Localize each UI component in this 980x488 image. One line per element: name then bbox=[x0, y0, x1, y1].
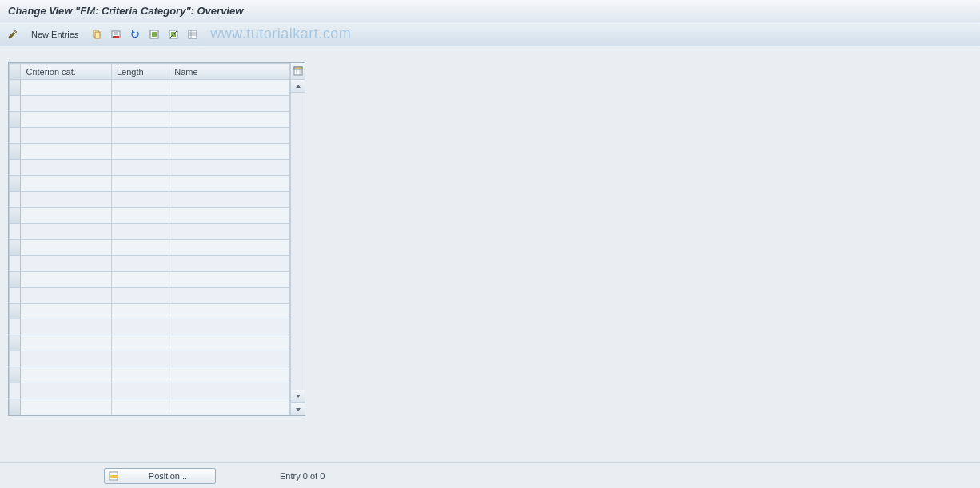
column-header-length[interactable]: Length bbox=[111, 64, 169, 80]
cell[interactable] bbox=[21, 112, 112, 128]
cell[interactable] bbox=[169, 96, 290, 112]
table-row[interactable] bbox=[10, 256, 290, 272]
cell[interactable] bbox=[21, 288, 112, 304]
cell[interactable] bbox=[21, 96, 112, 112]
cell[interactable] bbox=[111, 272, 169, 288]
row-selector[interactable] bbox=[10, 304, 21, 319]
column-header-criterion-cat[interactable]: Criterion cat. bbox=[21, 64, 112, 80]
cell[interactable] bbox=[21, 128, 112, 144]
row-selector[interactable] bbox=[10, 367, 21, 383]
cell[interactable] bbox=[21, 304, 112, 319]
cell[interactable] bbox=[21, 367, 112, 383]
cell[interactable] bbox=[169, 367, 290, 383]
row-selector[interactable] bbox=[10, 399, 21, 415]
table-config-icon[interactable] bbox=[291, 63, 305, 80]
table-row[interactable] bbox=[10, 144, 290, 160]
table-row[interactable] bbox=[10, 399, 290, 415]
row-selector[interactable] bbox=[10, 256, 21, 272]
row-selector[interactable] bbox=[10, 160, 21, 176]
row-selector[interactable] bbox=[10, 335, 21, 351]
cell[interactable] bbox=[21, 335, 112, 351]
cell[interactable] bbox=[111, 383, 169, 399]
vertical-scrollbar[interactable] bbox=[290, 63, 305, 415]
table-row[interactable] bbox=[10, 351, 290, 367]
cell[interactable] bbox=[21, 144, 112, 160]
column-header-name[interactable]: Name bbox=[169, 64, 290, 80]
cell[interactable] bbox=[111, 144, 169, 160]
cell[interactable] bbox=[21, 351, 112, 367]
table-row[interactable] bbox=[10, 335, 290, 351]
undo-change-icon[interactable] bbox=[127, 26, 143, 42]
table-row[interactable] bbox=[10, 367, 290, 383]
cell[interactable] bbox=[111, 80, 169, 96]
row-selector[interactable] bbox=[10, 351, 21, 367]
cell[interactable] bbox=[111, 256, 169, 272]
cell[interactable] bbox=[169, 319, 290, 335]
cell[interactable] bbox=[21, 160, 112, 176]
new-entries-button[interactable]: New Entries bbox=[24, 26, 86, 42]
table-row[interactable] bbox=[10, 383, 290, 399]
cell[interactable] bbox=[169, 351, 290, 367]
scroll-down-icon-2[interactable] bbox=[291, 403, 305, 415]
cell[interactable] bbox=[169, 112, 290, 128]
cell[interactable] bbox=[169, 224, 290, 240]
cell[interactable] bbox=[169, 383, 290, 399]
cell[interactable] bbox=[169, 256, 290, 272]
row-selector[interactable] bbox=[10, 208, 21, 224]
table-row[interactable] bbox=[10, 304, 290, 319]
row-selector[interactable] bbox=[10, 144, 21, 160]
cell[interactable] bbox=[169, 288, 290, 304]
cell[interactable] bbox=[169, 160, 290, 176]
cell[interactable] bbox=[21, 240, 112, 256]
table-row[interactable] bbox=[10, 96, 290, 112]
cell[interactable] bbox=[111, 367, 169, 383]
cell[interactable] bbox=[21, 272, 112, 288]
cell[interactable] bbox=[21, 80, 112, 96]
table-row[interactable] bbox=[10, 208, 290, 224]
row-selector[interactable] bbox=[10, 80, 21, 96]
cell[interactable] bbox=[169, 208, 290, 224]
cell[interactable] bbox=[111, 288, 169, 304]
scroll-track[interactable] bbox=[291, 93, 305, 390]
cell[interactable] bbox=[111, 224, 169, 240]
cell[interactable] bbox=[169, 240, 290, 256]
row-selector[interactable] bbox=[10, 224, 21, 240]
cell[interactable] bbox=[21, 256, 112, 272]
cell[interactable] bbox=[21, 383, 112, 399]
criteria-table[interactable]: Criterion cat. Length Name bbox=[9, 63, 290, 415]
row-selector[interactable] bbox=[10, 272, 21, 288]
cell[interactable] bbox=[111, 112, 169, 128]
cell[interactable] bbox=[169, 304, 290, 319]
table-row[interactable] bbox=[10, 319, 290, 335]
table-row[interactable] bbox=[10, 288, 290, 304]
table-row[interactable] bbox=[10, 112, 290, 128]
row-selector[interactable] bbox=[10, 192, 21, 208]
table-row[interactable] bbox=[10, 128, 290, 144]
row-selector[interactable] bbox=[10, 240, 21, 256]
delete-icon[interactable] bbox=[108, 26, 124, 42]
change-display-toggle-icon[interactable] bbox=[5, 26, 21, 42]
copy-as-icon[interactable] bbox=[89, 26, 105, 42]
row-selector[interactable] bbox=[10, 319, 21, 335]
table-row[interactable] bbox=[10, 80, 290, 96]
cell[interactable] bbox=[169, 192, 290, 208]
cell[interactable] bbox=[21, 208, 112, 224]
cell[interactable] bbox=[111, 96, 169, 112]
row-selector[interactable] bbox=[10, 112, 21, 128]
cell[interactable] bbox=[169, 399, 290, 415]
cell[interactable] bbox=[111, 192, 169, 208]
table-settings-icon[interactable] bbox=[185, 26, 201, 42]
table-row[interactable] bbox=[10, 160, 290, 176]
deselect-all-icon[interactable] bbox=[165, 26, 181, 42]
cell[interactable] bbox=[169, 128, 290, 144]
cell[interactable] bbox=[169, 144, 290, 160]
cell[interactable] bbox=[111, 208, 169, 224]
cell[interactable] bbox=[111, 304, 169, 319]
table-row[interactable] bbox=[10, 224, 290, 240]
cell[interactable] bbox=[169, 80, 290, 96]
table-row[interactable] bbox=[10, 272, 290, 288]
cell[interactable] bbox=[21, 224, 112, 240]
select-all-header[interactable] bbox=[10, 64, 21, 80]
table-row[interactable] bbox=[10, 176, 290, 192]
table-row[interactable] bbox=[10, 240, 290, 256]
